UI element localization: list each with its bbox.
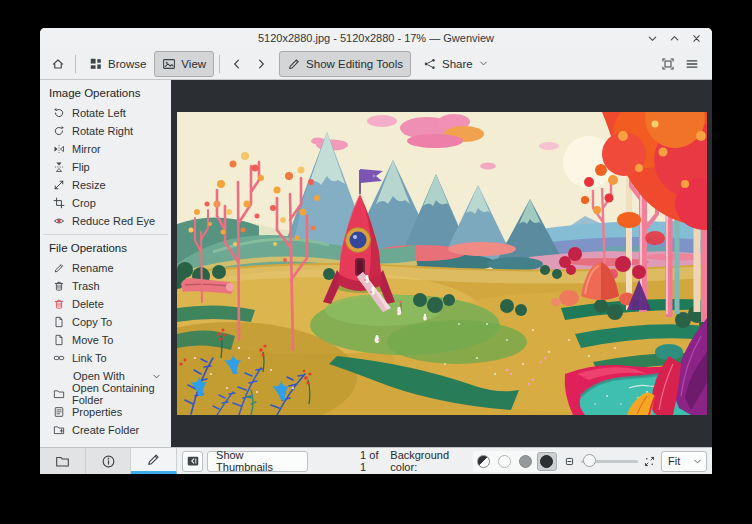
gwenview-window: 5120x2880.jpg - 5120x2880 - 17% — Gwenvi… [40,28,712,474]
sidebar-tabbar [40,448,177,474]
item-label: Link To [72,352,107,364]
crop-icon [53,197,65,209]
close-icon[interactable] [690,32,703,45]
info-icon [101,454,116,469]
rename-pencil-icon [53,262,65,274]
resize-icon [53,179,65,191]
sidebar-item-flip[interactable]: Flip [40,158,171,176]
titlebar[interactable]: 5120x2880.jpg - 5120x2880 - 17% — Gwenvi… [40,28,712,48]
browse-label: Browse [108,58,146,70]
item-label: Reduce Red Eye [72,215,155,227]
sidebar-item-rotate-right[interactable]: Rotate Right [40,122,171,140]
view-label: View [181,58,206,70]
sidebar-item-crop[interactable]: Crop [40,194,171,212]
move-document-icon [53,334,65,346]
tab-operations[interactable] [131,448,177,474]
sidebar-item-mirror[interactable]: Mirror [40,140,171,158]
sidebar-item-rename[interactable]: Rename [40,259,171,277]
statusbar: Show Thumbnails 1 of 1 Background color: [177,448,712,474]
zoom-slider-handle[interactable] [583,454,596,467]
background-light-button[interactable] [495,452,515,471]
view-button[interactable]: View [154,51,214,77]
chevron-left-icon [230,57,244,71]
menu-button[interactable] [680,52,704,76]
editing-tools-sidebar: Image Operations Rotate Left Rotate Righ… [40,80,171,447]
sidebar-item-open-containing-folder[interactable]: Open Containing Folder [40,385,171,403]
sidebar-item-copy-to[interactable]: Copy To [40,313,171,331]
chevron-right-icon [254,57,268,71]
toolbar-separator [75,55,76,73]
back-button[interactable] [225,52,249,76]
sidebar-item-move-to[interactable]: Move To [40,331,171,349]
background-dark-button[interactable] [537,452,557,471]
item-label: Open Containing Folder [72,382,171,406]
new-folder-icon [53,424,65,436]
copy-document-icon [53,316,65,328]
viewed-image[interactable] [177,112,707,415]
sidebar-item-resize[interactable]: Resize [40,176,171,194]
share-label: Share [442,58,473,70]
chevron-down-icon [692,456,703,467]
section-title-image-operations: Image Operations [40,84,171,104]
show-thumbnails-button[interactable]: Show Thumbnails [207,451,308,472]
zoom-slider[interactable] [581,453,638,469]
sidebar-item-rotate-left[interactable]: Rotate Left [40,104,171,122]
chevron-down-icon [478,58,489,69]
sidebar-item-trash[interactable]: Trash [40,277,171,295]
zoom-out-icon[interactable] [563,455,576,468]
sidebar-item-delete[interactable]: Delete [40,295,171,313]
show-thumbnails-label: Show Thumbnails [216,449,299,473]
folder-icon [55,454,70,469]
forward-button[interactable] [249,52,273,76]
image-viewer [171,80,712,447]
sidebar-item-reduce-red-eye[interactable]: Reduce Red Eye [40,212,171,230]
show-editing-tools-label: Show Editing Tools [306,58,403,70]
background-neutral-button[interactable] [516,452,536,471]
fullscreen-icon [661,57,675,71]
item-label: Rotate Left [72,107,126,119]
item-label: Mirror [72,143,101,155]
item-label: Copy To [72,316,112,328]
pencil-icon [287,57,301,71]
background-auto-icon [477,455,490,468]
background-auto-button[interactable] [474,452,494,471]
desktop-background: { "window": { "title": "5120x2880.jpg - … [0,0,752,524]
zoom-mode-value: Fit [668,455,680,467]
zoom-in-icon[interactable] [643,455,656,468]
item-label: Properties [72,406,122,418]
item-label: Open With [73,370,125,382]
home-button[interactable] [46,52,70,76]
background-color-label: Background color: [390,449,468,473]
minimize-icon[interactable] [646,32,659,45]
item-label: Rename [72,262,114,274]
item-label: Crop [72,197,96,209]
background-color-options [473,451,558,472]
sidebar-separator [43,234,168,235]
fullscreen-button[interactable] [656,52,680,76]
red-eye-icon [53,215,65,227]
window-title: 5120x2880.jpg - 5120x2880 - 17% — Gwenvi… [258,32,494,44]
background-dark-icon [540,455,553,468]
pencil-icon [146,452,161,467]
properties-document-icon [53,406,65,418]
item-label: Move To [72,334,113,346]
main-toolbar: Browse View Show Editing Tools Share [40,48,712,80]
item-label: Flip [72,161,90,173]
tab-folders[interactable] [40,448,86,474]
show-editing-tools-button[interactable]: Show Editing Tools [279,51,411,77]
browse-button[interactable]: Browse [81,51,154,77]
collapse-sidebar-button[interactable] [182,451,203,472]
zoom-mode-select[interactable]: Fit [661,451,707,472]
tab-information[interactable] [86,448,132,474]
maximize-icon[interactable] [668,32,681,45]
sidebar-item-create-folder[interactable]: Create Folder [40,421,171,439]
trash-icon [53,280,65,292]
home-icon [51,57,65,71]
section-title-file-operations: File Operations [40,239,171,259]
link-chain-icon [53,352,65,364]
toolbar-separator [219,55,220,73]
hamburger-menu-icon [685,57,699,71]
rocket-landscape-illustration [177,112,707,415]
share-button[interactable]: Share [415,51,497,77]
sidebar-item-link-to[interactable]: Link To [40,349,171,367]
